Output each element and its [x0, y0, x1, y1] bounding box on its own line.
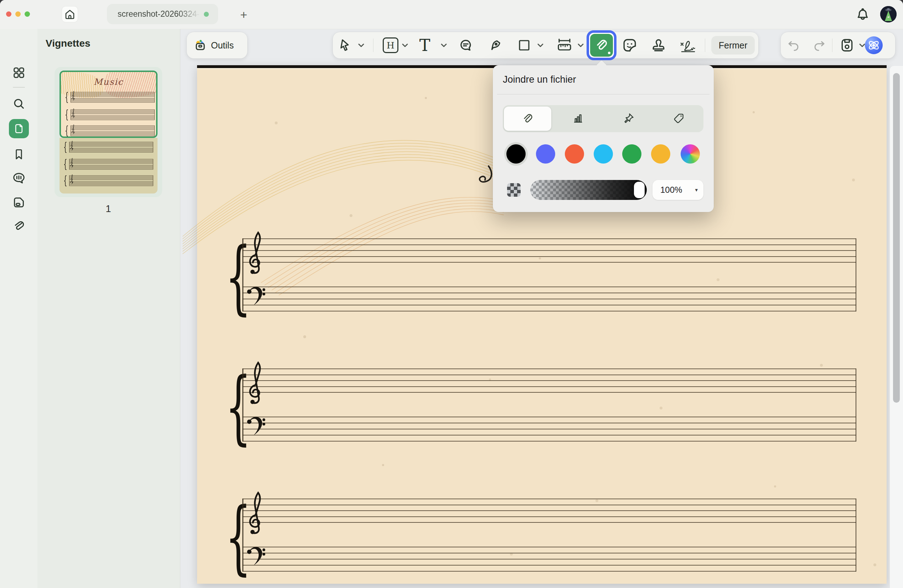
color-swatch-red[interactable]: [565, 144, 584, 164]
text-tool-menu[interactable]: [440, 32, 447, 58]
color-swatch-rainbow[interactable]: [681, 144, 700, 164]
paperclip-icon: [12, 219, 26, 233]
close-tool-button[interactable]: Fermer: [711, 36, 755, 55]
color-swatch-black[interactable]: [507, 144, 525, 164]
thumbnails-panel: Vignettes Music { { {: [38, 29, 180, 588]
save-button[interactable]: [838, 32, 856, 58]
opacity-slider[interactable]: [530, 180, 647, 200]
signature-tool[interactable]: [678, 32, 697, 58]
grand-staff-system: {: [227, 498, 856, 572]
save-menu[interactable]: [859, 32, 865, 58]
card-document-icon: [12, 196, 26, 209]
undo-icon: [787, 38, 801, 52]
home-button[interactable]: [62, 6, 78, 22]
mini-staff-system: {: [64, 175, 153, 186]
bar-chart-icon: [572, 112, 584, 125]
heading-icon: H: [383, 38, 398, 53]
shape-tool[interactable]: [517, 32, 532, 58]
paperclip-icon: [521, 112, 534, 125]
minimize-window-button[interactable]: [15, 11, 20, 17]
undo-button[interactable]: [786, 32, 801, 58]
mini-staff-system: {: [66, 109, 155, 120]
paper-texture: [197, 65, 198, 67]
pointer-tool[interactable]: [336, 32, 354, 58]
tab-attachment[interactable]: [513, 105, 542, 132]
opacity-value: 100%: [660, 185, 695, 195]
sidebar-item-bookmarks[interactable]: [11, 147, 27, 162]
mini-staff-system: {: [64, 142, 153, 153]
attachment-type-segmented-control: [503, 105, 703, 132]
apps-grid-icon: [12, 66, 26, 79]
redo-icon: [812, 38, 826, 52]
color-swatch-cyan[interactable]: [594, 144, 613, 164]
color-swatch-blue[interactable]: [536, 144, 555, 164]
page-thumbnail[interactable]: Music { { { {: [55, 67, 162, 197]
color-swatch-green[interactable]: [622, 144, 642, 164]
sidebar-item-overview[interactable]: [11, 65, 27, 80]
tab-tag[interactable]: [664, 105, 693, 132]
popover-divider: [497, 94, 710, 94]
toolbox-icon: [193, 38, 208, 52]
ai-swirl-icon: [865, 36, 883, 54]
new-tab-button[interactable]: +: [237, 8, 251, 22]
opacity-dropdown[interactable]: 100% ▾: [653, 180, 703, 200]
panel-title: Vignettes: [46, 38, 91, 49]
document-tab[interactable]: screenshot-20260324-18: [107, 4, 218, 24]
sidebar-item-attachments[interactable]: [11, 219, 27, 233]
chevron-down-icon: [402, 44, 407, 47]
sticker-icon: [622, 38, 637, 53]
shape-tool-menu[interactable]: [536, 32, 544, 58]
heading-tool-menu[interactable]: [401, 32, 408, 58]
ai-assistant-button[interactable]: [865, 36, 883, 54]
tab-modified-dot: [204, 12, 209, 17]
chevron-down-icon: [859, 44, 865, 47]
opacity-slider-handle[interactable]: [634, 182, 645, 198]
scrollbar-thumb[interactable]: [893, 73, 900, 403]
sheet-title: Music: [61, 77, 156, 87]
text-icon: T: [419, 36, 431, 55]
stamp-icon: [651, 38, 666, 53]
stamp-tool[interactable]: [650, 32, 667, 58]
square-shape-icon: [517, 38, 531, 52]
redo-button[interactable]: [812, 32, 827, 58]
attachment-tool-active[interactable]: [587, 30, 617, 60]
toolbar-divider: [373, 38, 373, 52]
user-avatar[interactable]: [880, 6, 897, 22]
sidebar-item-search[interactable]: [11, 97, 27, 112]
sidebar-item-cards[interactable]: [11, 195, 27, 210]
heading-tool[interactable]: H: [382, 32, 399, 58]
pointer-tool-menu[interactable]: [357, 32, 365, 58]
grand-staff-system: {: [227, 368, 856, 442]
popover-arrow: [596, 60, 607, 71]
voice-comment-icon: [12, 171, 26, 185]
comment-tool[interactable]: [458, 32, 474, 58]
sidebar-item-pages[interactable]: [9, 119, 29, 138]
save-icon: [840, 38, 854, 53]
attachment-tool-background: [590, 34, 613, 57]
sticker-tool[interactable]: [621, 32, 638, 58]
app-window: screenshot-20260324-18 +: [0, 0, 903, 588]
ruler-tool[interactable]: [555, 32, 573, 58]
tools-button[interactable]: Outils: [187, 32, 247, 58]
text-tool[interactable]: T: [418, 32, 431, 58]
chevron-down-icon: [441, 44, 447, 47]
thumbnail-visible-region: Music { { {: [60, 71, 157, 138]
sidebar-item-comments[interactable]: [11, 170, 27, 185]
comment-icon: [458, 38, 473, 53]
tab-title: screenshot-20260324-18: [118, 9, 202, 19]
tab-pin[interactable]: [614, 105, 642, 132]
scrollbar-track[interactable]: [889, 66, 903, 588]
ruler-tool-menu[interactable]: [577, 32, 584, 58]
mini-staff-system: {: [66, 92, 155, 103]
tab-chart[interactable]: [564, 105, 592, 132]
close-window-button[interactable]: [6, 11, 11, 17]
notifications-button[interactable]: [855, 7, 870, 22]
pen-tool[interactable]: [488, 32, 504, 58]
transparency-icon: [507, 183, 521, 197]
attach-file-popover: Joindre un fichier: [493, 65, 714, 212]
search-icon: [12, 97, 26, 111]
avatar-image: [880, 6, 897, 22]
color-swatch-yellow[interactable]: [651, 144, 670, 164]
toolbar-divider: [832, 38, 832, 52]
zoom-window-button[interactable]: [25, 11, 30, 17]
